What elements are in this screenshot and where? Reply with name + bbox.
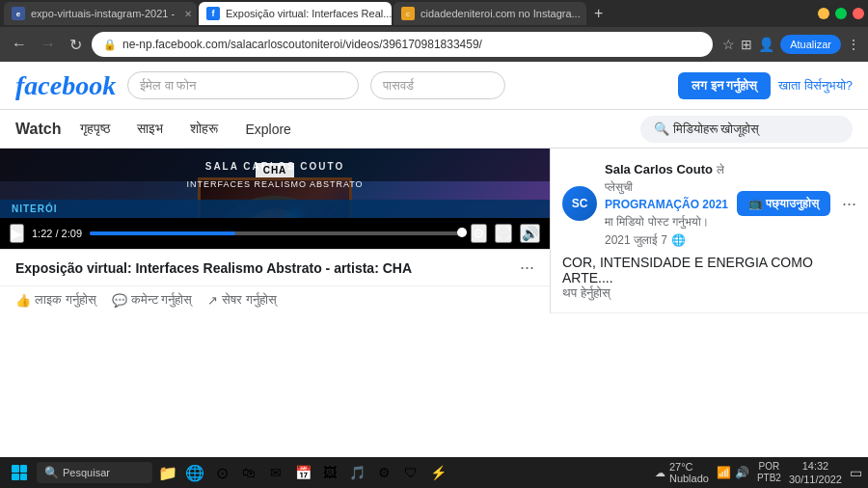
facebook-search-area (127, 71, 359, 99)
fullscreen-button[interactable]: ⛶ (495, 224, 512, 243)
taskbar-store[interactable]: 🛍 (237, 461, 260, 484)
tab-expo[interactable]: e expo-virtuais-instagram-2021 - ✕ (4, 2, 197, 25)
windows-icon (12, 465, 27, 480)
share-button[interactable]: ↗ सेषर गर्नुहोस् (207, 292, 277, 308)
progress-dot (457, 228, 467, 237)
sidebar-options-button[interactable]: ··· (842, 194, 856, 214)
main-content: SALA CARLOS COUTO (0, 149, 868, 313)
video-options-button[interactable]: ··· (520, 258, 534, 278)
menu-icon[interactable]: ⋮ (847, 37, 860, 52)
settings-button[interactable]: ⚙ (471, 224, 487, 243)
video-controls: ▶ 1:22 / 2:09 ⚙ ⛶ 🔊 (0, 218, 550, 249)
video-wrapper[interactable]: SALA CARLOS COUTO (0, 149, 550, 218)
niteroi-logo-text: NITERÓI (12, 203, 58, 214)
lang-code: POR (757, 461, 781, 473)
tab-city[interactable]: c cidadedeniteroi.com no Instagra... ✕ (393, 2, 586, 25)
header-right: लग इन गर्नुहोस् खाता विर्सनुभयो? (678, 72, 853, 99)
post-date: 2021 जुलाई 7 🌐 (605, 233, 729, 247)
taskbar-music[interactable]: 🎵 (345, 461, 368, 484)
avatar-initials: SC (572, 197, 588, 210)
nav-item-shows[interactable]: शोहरू (178, 115, 230, 143)
nav-item-live[interactable]: साइभ (125, 115, 175, 143)
author-name: Sala Carlos Couto ले प्लेसुची PROGRAMAÇÃ… (605, 160, 729, 230)
extensions-icon[interactable]: ⊞ (741, 37, 752, 52)
maximize-button[interactable] (835, 8, 847, 19)
phone-email-input[interactable] (127, 71, 359, 99)
video-title: Exposição virtual: Interfaces Realismo A… (15, 260, 412, 276)
programacao-link[interactable]: PROGRAMAÇÃO 2021 (605, 198, 728, 211)
system-clock[interactable]: 14:32 30/11/2022 (789, 459, 842, 487)
minimize-button[interactable] (818, 8, 829, 19)
url-bar[interactable]: 🔒 ne-np.facebook.com/salacarloscoutonite… (92, 32, 713, 57)
tab-city-label: cidadedeniteroi.com no Instagra... (420, 8, 581, 19)
subscribe-button[interactable]: 📺 पछ्याउनुहोस् (737, 191, 830, 216)
forgot-account-link[interactable]: खाता विर्सनुभयो? (778, 78, 853, 94)
weather-temp: 27°C (669, 461, 709, 473)
media-search-bar[interactable]: 🔍 मिडियोहरू खोजूहोस् (640, 116, 853, 143)
progress-bar[interactable] (90, 231, 463, 235)
taskbar-file-explorer[interactable]: 📁 (156, 461, 179, 484)
taskbar-antivirus[interactable]: ⚡ (426, 461, 449, 484)
reload-button[interactable]: ↻ (66, 34, 86, 56)
start-button[interactable] (6, 461, 33, 484)
video-column: SALA CARLOS COUTO (0, 149, 550, 313)
like-icon: 👍 (15, 293, 31, 308)
nav-item-home[interactable]: गृहपृष्ठ (68, 115, 122, 143)
interfaces-label: INTERFACES REALISMO ABSTRATO (0, 179, 550, 189)
new-tab-button[interactable]: + (588, 5, 609, 22)
password-input[interactable] (370, 71, 505, 99)
close-window-button[interactable] (853, 8, 864, 19)
taskbar-mail[interactable]: ✉ (264, 461, 287, 484)
win-icon-cell-2 (20, 465, 28, 473)
share-label: सेषर गर्नुहोस् (222, 292, 277, 308)
update-button[interactable]: Atualizar (780, 35, 841, 54)
taskbar-chrome[interactable]: ⊙ (210, 461, 233, 484)
bookmark-icon[interactable]: ☆ (722, 37, 735, 52)
tab-favicon-city: c (401, 7, 415, 20)
weather-widget: ☁ 27°C Nublado (655, 461, 709, 484)
taskbar-settings-app[interactable]: ⚙ (372, 461, 395, 484)
author-name-text[interactable]: Sala Carlos Couto (605, 162, 713, 176)
video-bottom-overlay: CHA INTERFACES REALISMO ABSTRATO (0, 160, 550, 189)
language-indicator[interactable]: POR PTB2 (757, 461, 781, 484)
taskbar-calendar[interactable]: 📅 (291, 461, 314, 484)
window-controls (818, 8, 864, 19)
url-text: ne-np.facebook.com/salacarloscoutonitero… (122, 38, 701, 51)
taskbar-photos[interactable]: 🖼 (318, 461, 341, 484)
tab-close-expo[interactable]: ✕ (184, 9, 192, 19)
facebook-header: facebook लग इन गर्नुहोस् खाता विर्सनुभयो… (0, 62, 868, 110)
sidebar-content-text: COR, INTENSIDADE E ENERGIA COMO ARTE.... (562, 255, 856, 285)
show-desktop-button[interactable]: ▭ (850, 465, 862, 480)
read-more-link[interactable]: थप हेर्नुहोस् (562, 285, 856, 301)
volume-button[interactable]: 🔊 (520, 224, 540, 243)
taskbar-edge[interactable]: 🌐 (183, 461, 206, 484)
play-button[interactable]: ▶ (10, 224, 24, 243)
author-avatar: SC (562, 186, 597, 221)
taskbar-search[interactable]: 🔍 Pesquisar (37, 462, 152, 483)
watch-label: Watch (15, 121, 61, 138)
sidebar: SC Sala Carlos Couto ले प्लेसुची PROGRAM… (550, 149, 868, 313)
niteroi-bar: NITERÓI (0, 200, 550, 218)
network-icon[interactable]: 📶 (717, 466, 731, 479)
weather-info: 27°C Nublado (669, 461, 709, 484)
facebook-logo[interactable]: facebook (15, 70, 116, 101)
address-bar: ← → ↻ 🔒 ne-np.facebook.com/salacarloscou… (0, 27, 868, 62)
forward-button[interactable]: → (37, 34, 60, 55)
tab-expo-label: expo-virtuais-instagram-2021 - (31, 8, 175, 19)
like-button[interactable]: 👍 लाइक गर्नुहोस् (15, 292, 96, 308)
sidebar-author: SC Sala Carlos Couto ले प्लेसुची PROGRAM… (562, 160, 856, 247)
comment-button[interactable]: 💬 कमेन्ट गर्नुहोस् (112, 292, 193, 308)
media-search-text: 🔍 मिडियोहरू खोजूहोस् (654, 122, 759, 137)
search-icon: 🔍 (44, 466, 59, 479)
taskbar-security[interactable]: 🛡 (399, 461, 422, 484)
volume-tray-icon[interactable]: 🔊 (735, 466, 749, 479)
login-button[interactable]: लग इन गर्नुहोस् (678, 72, 771, 99)
comment-icon: 💬 (112, 293, 127, 308)
profile-icon[interactable]: 👤 (758, 37, 774, 52)
back-button[interactable]: ← (8, 34, 31, 55)
tab-fb-video[interactable]: f Exposição virtual: Interfaces Real... … (199, 2, 392, 25)
globe-icon: 🌐 (671, 233, 686, 247)
date-text: 2021 जुलाई 7 (605, 233, 667, 247)
nav-item-explore[interactable]: Explore (233, 116, 302, 143)
share-icon: ↗ (207, 293, 218, 308)
